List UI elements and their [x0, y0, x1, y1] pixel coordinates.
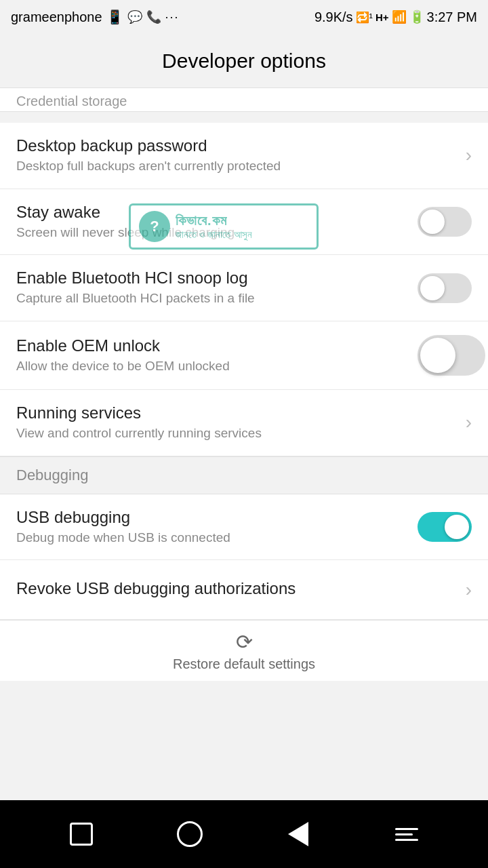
setting-text-usb-debugging: USB debugging Debug mode when USB is con… [16, 508, 409, 547]
signal-icon: 📶 [392, 9, 407, 24]
setting-item-desktop-backup-password[interactable]: Desktop backup password Desktop full bac… [0, 123, 488, 189]
restore-default-settings[interactable]: ⟳ Restore default settings [0, 620, 488, 681]
setting-item-revoke-usb[interactable]: Revoke USB debugging authorizations › [0, 560, 488, 620]
setting-title-usb-debugging: USB debugging [16, 508, 409, 527]
setting-text-desktop-backup: Desktop backup password Desktop full bac… [16, 136, 458, 175]
setting-desc-bluetooth-hci: Capture all Bluetooth HCI packets in a f… [16, 290, 409, 307]
back-icon [288, 822, 308, 846]
setting-desc-running-services: View and control currently running servi… [16, 425, 458, 442]
menu-icon [395, 828, 418, 841]
toggle-knob-oem-unlock [420, 338, 455, 373]
status-bar: grameenphone 📱 💬 📞 ··· 9.9K/s 🔁¹ H+ 📶 🔋 … [0, 0, 488, 34]
setting-item-bluetooth-hci[interactable]: Enable Bluetooth HCI snoop log Capture a… [0, 255, 488, 321]
status-bar-right: 9.9K/s 🔁¹ H+ 📶 🔋 3:27 PM [314, 9, 477, 25]
setting-title-bluetooth-hci: Enable Bluetooth HCI snoop log [16, 269, 409, 288]
network-speed: 9.9K/s [314, 9, 353, 25]
toggle-usb-debugging[interactable] [418, 512, 472, 542]
nav-recent-apps-button[interactable] [61, 814, 102, 854]
time-label: 3:27 PM [427, 9, 477, 25]
credential-storage-partial: Credential storage [0, 88, 488, 112]
sim-icon: 🔁¹ [356, 11, 373, 24]
setting-title-running-services: Running services [16, 403, 458, 422]
setting-desc-stay-awake: Screen will never sleep while charging [16, 224, 409, 241]
toggle-knob-usb-debugging [445, 515, 469, 539]
setting-title-stay-awake: Stay awake [16, 203, 409, 222]
setting-item-running-services[interactable]: Running services View and control curren… [0, 390, 488, 456]
setting-text-revoke-usb: Revoke USB debugging authorizations [16, 579, 458, 601]
chat-icon: 💬 [127, 9, 142, 24]
setting-desc-oem-unlock: Allow the device to be OEM unlocked [16, 358, 404, 375]
nav-menu-button[interactable] [386, 814, 427, 854]
setting-title-oem-unlock: Enable OEM unlock [16, 336, 404, 355]
restore-icon: ⟳ [236, 630, 253, 654]
setting-text-oem-unlock: Enable OEM unlock Allow the device to be… [16, 336, 404, 375]
nav-back-button[interactable] [278, 814, 319, 854]
setting-item-oem-unlock[interactable]: Enable OEM unlock Allow the device to be… [0, 321, 488, 390]
whatsapp-icon: 📞 [146, 9, 161, 24]
toggle-knob-stay-awake [420, 210, 445, 234]
carrier-icon: 📱 [106, 9, 123, 25]
chevron-revoke-usb-icon: › [466, 579, 472, 601]
navigation-bar [0, 800, 488, 868]
more-icon: ··· [165, 10, 180, 24]
status-bar-left: grameenphone 📱 💬 📞 ··· [11, 9, 180, 25]
page-title: Developer options [162, 50, 326, 73]
chevron-desktop-backup-icon: › [466, 144, 472, 166]
setting-item-usb-debugging[interactable]: USB debugging Debug mode when USB is con… [0, 494, 488, 561]
toggle-knob-bluetooth-hci [420, 276, 445, 300]
network-type-icon: H+ [375, 12, 389, 23]
battery-icon: 🔋 [409, 9, 424, 24]
section-header-debugging: Debugging [0, 456, 488, 494]
toggle-stay-awake[interactable] [418, 207, 472, 237]
recent-apps-icon [70, 823, 93, 846]
setting-text-stay-awake: Stay awake Screen will never sleep while… [16, 203, 409, 241]
restore-label: Restore default settings [173, 656, 315, 672]
setting-item-stay-awake[interactable]: Stay awake Screen will never sleep while… [0, 189, 488, 256]
setting-text-running-services: Running services View and control curren… [16, 403, 458, 442]
setting-title-desktop-backup: Desktop backup password [16, 136, 458, 155]
setting-title-revoke-usb: Revoke USB debugging authorizations [16, 579, 458, 598]
toggle-bluetooth-hci[interactable] [418, 273, 472, 303]
divider-1 [0, 112, 488, 123]
setting-desc-desktop-backup: Desktop full backups aren't currently pr… [16, 158, 458, 175]
toggle-oem-unlock[interactable] [418, 335, 485, 376]
setting-desc-usb-debugging: Debug mode when USB is connected [16, 530, 409, 547]
chevron-running-services-icon: › [466, 412, 472, 433]
page-header: Developer options [0, 34, 488, 88]
home-icon [177, 821, 203, 847]
nav-home-button[interactable] [169, 814, 210, 854]
carrier-label: grameenphone [11, 9, 102, 25]
setting-text-bluetooth-hci: Enable Bluetooth HCI snoop log Capture a… [16, 269, 409, 307]
